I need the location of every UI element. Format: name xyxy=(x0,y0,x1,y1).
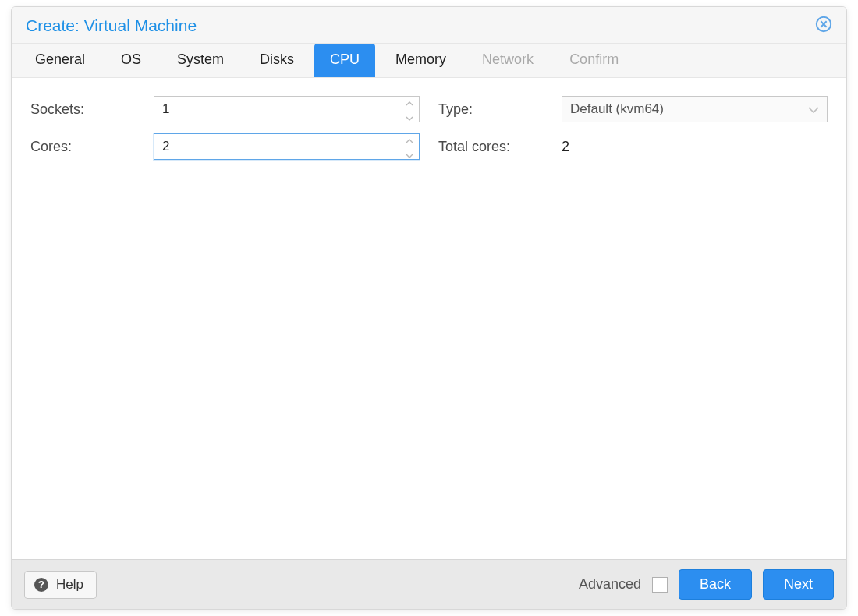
left-column: Sockets: Cores: xyxy=(30,95,420,542)
cores-row: Cores: xyxy=(30,133,420,161)
help-label: Help xyxy=(56,577,83,593)
chevron-up-icon[interactable] xyxy=(406,133,413,147)
type-value: Default (kvm64) xyxy=(570,101,808,117)
wizard-tabbar: General OS System Disks CPU Memory Netwo… xyxy=(12,44,846,78)
tab-general[interactable]: General xyxy=(20,44,101,77)
chevron-down-icon[interactable] xyxy=(406,110,413,124)
dialog-title: Create: Virtual Machine xyxy=(26,16,197,35)
back-button[interactable]: Back xyxy=(679,569,752,600)
right-column: Type: Default (kvm64) Total cores: 2 xyxy=(438,95,828,542)
type-combo[interactable]: Default (kvm64) xyxy=(562,96,828,122)
chevron-up-icon[interactable] xyxy=(406,95,413,109)
dialog-footer: ? Help Advanced Back Next xyxy=(12,559,846,609)
tab-os[interactable]: OS xyxy=(105,44,157,77)
tab-confirm: Confirm xyxy=(554,44,634,77)
dialog-titlebar: Create: Virtual Machine xyxy=(12,7,846,44)
chevron-down-icon[interactable] xyxy=(406,147,413,161)
tab-system[interactable]: System xyxy=(161,44,239,77)
tab-disks[interactable]: Disks xyxy=(244,44,310,77)
chevron-down-icon xyxy=(808,102,819,116)
total-cores-row: Total cores: 2 xyxy=(438,133,828,161)
advanced-checkbox[interactable] xyxy=(652,577,668,593)
footer-right: Advanced Back Next xyxy=(579,569,834,600)
close-button[interactable] xyxy=(815,17,832,34)
tab-cpu[interactable]: CPU xyxy=(314,44,375,77)
tab-network: Network xyxy=(466,44,549,77)
cores-label: Cores: xyxy=(30,139,154,155)
create-vm-dialog: Create: Virtual Machine General OS Syste… xyxy=(11,6,847,610)
total-cores-value: 2 xyxy=(562,139,569,155)
cores-input[interactable] xyxy=(154,134,400,159)
total-cores-label: Total cores: xyxy=(438,139,562,155)
sockets-input[interactable] xyxy=(154,97,400,122)
help-icon: ? xyxy=(34,578,48,592)
sockets-stepper xyxy=(400,97,419,122)
cores-stepper xyxy=(400,134,419,159)
advanced-label: Advanced xyxy=(579,576,641,593)
sockets-row: Sockets: xyxy=(30,95,420,123)
form-content: Sockets: Cores: xyxy=(12,78,846,559)
next-button[interactable]: Next xyxy=(763,569,834,600)
type-label: Type: xyxy=(438,101,562,118)
type-row: Type: Default (kvm64) xyxy=(438,95,828,123)
cores-spinner[interactable] xyxy=(154,133,420,160)
sockets-spinner[interactable] xyxy=(154,96,420,122)
sockets-label: Sockets: xyxy=(30,101,154,118)
tab-memory[interactable]: Memory xyxy=(380,44,462,77)
close-icon xyxy=(815,16,832,36)
help-button[interactable]: ? Help xyxy=(24,571,97,599)
